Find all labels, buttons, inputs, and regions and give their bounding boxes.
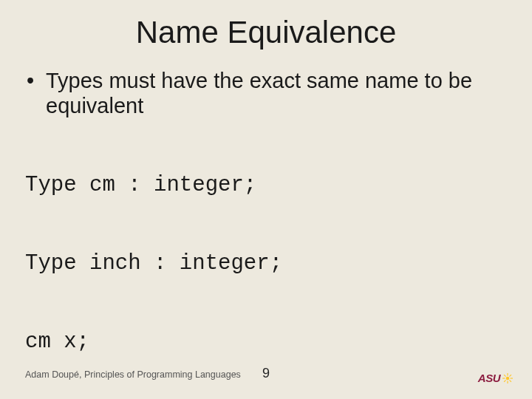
- asu-logo: ASU: [478, 372, 513, 384]
- page-number: 9: [0, 366, 532, 381]
- bullet-text: Types must have the exact same name to b…: [46, 68, 507, 118]
- svg-line-8: [504, 380, 505, 381]
- svg-line-7: [509, 375, 511, 376]
- sunburst-icon: [502, 373, 513, 383]
- svg-point-0: [506, 376, 509, 379]
- code-line: Type inch : integer;: [25, 250, 507, 276]
- slide-title: Name Equivalence: [0, 0, 532, 50]
- code-block: Type cm : integer; Type inch : integer; …: [25, 120, 507, 399]
- code-line: cm x;: [25, 329, 507, 355]
- svg-line-6: [509, 380, 511, 381]
- svg-line-5: [504, 375, 505, 376]
- code-line: Type cm : integer;: [25, 172, 507, 198]
- asu-logo-text: ASU: [478, 372, 500, 384]
- bullet-item: • Types must have the exact same name to…: [25, 68, 507, 118]
- bullet-marker: •: [25, 68, 46, 93]
- slide: Name Equivalence • Types must have the e…: [0, 0, 532, 399]
- slide-body: • Types must have the exact same name to…: [0, 50, 532, 399]
